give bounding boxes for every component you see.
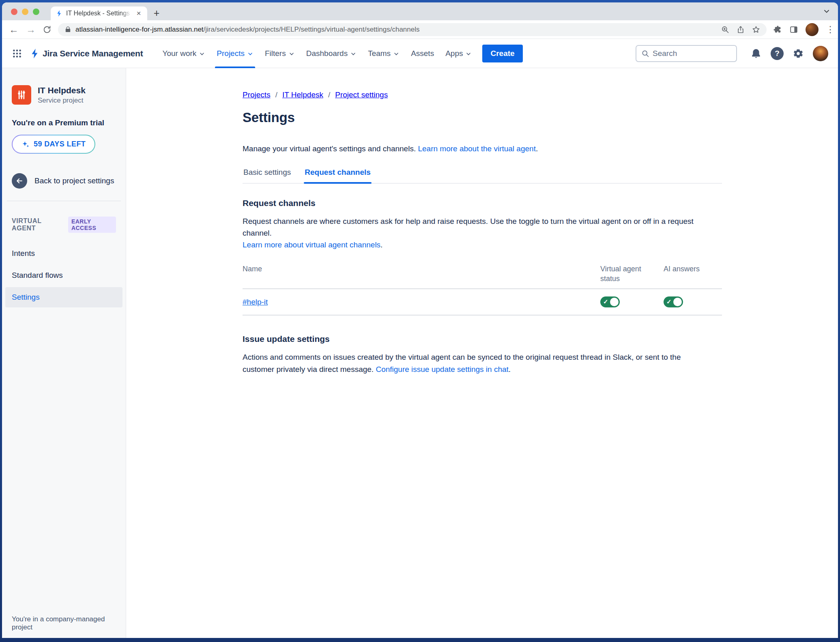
notifications-bell-icon[interactable] xyxy=(750,48,762,59)
early-access-badge: EARLY ACCESS xyxy=(68,217,116,233)
chevron-down-icon xyxy=(199,51,205,57)
zoom-window-button[interactable] xyxy=(33,9,39,15)
app-switcher-grid-icon[interactable] xyxy=(12,48,22,59)
address-bar[interactable]: atlassian-intelligence-for-jsm.atlassian… xyxy=(58,23,767,36)
nav-item-apps[interactable]: Apps xyxy=(440,39,477,68)
help-icon[interactable] xyxy=(771,47,784,60)
url-text: atlassian-intelligence-for-jsm.atlassian… xyxy=(75,26,717,34)
column-name: Name xyxy=(243,264,600,274)
sidebar-item-settings[interactable]: Settings xyxy=(5,287,122,307)
virtual-agent-section-label: VIRTUAL AGENT xyxy=(12,217,62,232)
zoom-page-icon[interactable] xyxy=(721,26,729,34)
search-icon xyxy=(641,49,649,58)
request-channels-heading: Request channels xyxy=(243,198,722,208)
sidebar-divider xyxy=(7,201,121,201)
new-tab-button[interactable] xyxy=(150,7,163,19)
settings-tabs: Basic settings Request channels xyxy=(243,168,722,184)
nav-item-projects[interactable]: Projects xyxy=(211,39,259,68)
product-name: Jira Service Management xyxy=(43,49,143,58)
tab-request-channels[interactable]: Request channels xyxy=(304,168,372,183)
share-icon[interactable] xyxy=(737,26,745,34)
table-row: #help-it xyxy=(243,289,722,316)
page-title: Settings xyxy=(243,110,722,125)
ai-answers-toggle[interactable] xyxy=(664,296,683,307)
global-search[interactable] xyxy=(636,45,737,62)
browser-menu-icon[interactable] xyxy=(826,24,831,35)
column-ai-answers: AI answers xyxy=(664,264,722,274)
nav-item-your-work[interactable]: Your work xyxy=(157,39,211,68)
settings-gear-icon[interactable] xyxy=(793,48,804,59)
sparkle-icon xyxy=(21,140,30,148)
chevron-down-icon xyxy=(465,51,472,57)
trial-text: You're on a Premium trial xyxy=(12,118,116,127)
sidebar-item-intents[interactable]: Intents xyxy=(5,243,122,264)
check-icon xyxy=(603,298,608,305)
main-content: Projects / IT Helpdesk / Project setting… xyxy=(126,68,838,638)
breadcrumb: Projects / IT Helpdesk / Project setting… xyxy=(243,90,722,99)
url-path: /jira/servicedesk/projects/HELP/settings… xyxy=(204,26,420,33)
extensions-puzzle-icon[interactable] xyxy=(773,25,782,34)
browser-tab[interactable]: IT Helpdesk - Settings - Servic xyxy=(51,6,147,20)
breadcrumb-it-helpdesk[interactable]: IT Helpdesk xyxy=(282,90,323,99)
nav-item-filters[interactable]: Filters xyxy=(259,39,301,68)
project-header: IT Helpdesk Service project xyxy=(12,85,116,105)
jira-logo[interactable]: Jira Service Management xyxy=(30,48,143,59)
project-type: Service project xyxy=(38,97,86,105)
sidebar-item-standard-flows[interactable]: Standard flows xyxy=(5,265,122,286)
browser-window: IT Helpdesk - Settings - Servic atlassia… xyxy=(2,2,838,638)
bookmark-star-icon[interactable] xyxy=(752,26,760,34)
close-window-button[interactable] xyxy=(11,9,17,15)
check-icon xyxy=(666,298,672,305)
browser-reload-button[interactable] xyxy=(43,25,52,34)
request-channels-description: Request channels are where customers ask… xyxy=(243,215,713,251)
chevron-down-icon xyxy=(288,51,295,57)
nav-item-assets[interactable]: Assets xyxy=(405,39,440,68)
learn-more-channels-link[interactable]: Learn more about virtual agent channels xyxy=(243,240,380,249)
channels-table: Name Virtual agent status AI answers #he… xyxy=(243,264,722,316)
breadcrumb-project-settings[interactable]: Project settings xyxy=(335,90,388,99)
project-type-footer: You're in a company-managed project xyxy=(12,615,126,631)
search-input[interactable] xyxy=(653,49,731,58)
browser-back-button[interactable] xyxy=(9,24,19,35)
browser-forward-button[interactable] xyxy=(26,24,36,35)
breadcrumb-projects[interactable]: Projects xyxy=(243,90,271,99)
tab-search-chevron-icon[interactable] xyxy=(823,7,831,15)
issue-update-description: Actions and comments on issues created b… xyxy=(243,351,713,375)
virtual-agent-status-toggle[interactable] xyxy=(600,296,620,307)
user-avatar[interactable] xyxy=(813,46,828,61)
trial-days-left-button[interactable]: 59 DAYS LEFT xyxy=(12,135,95,154)
browser-toolbar: atlassian-intelligence-for-jsm.atlassian… xyxy=(2,20,838,39)
lock-icon xyxy=(64,26,71,33)
chevron-down-icon xyxy=(247,51,254,57)
back-label: Back to project settings xyxy=(34,176,114,185)
nav-item-teams[interactable]: Teams xyxy=(362,39,405,68)
learn-more-virtual-agent-link[interactable]: Learn more about the virtual agent xyxy=(418,144,535,153)
browser-profile-avatar[interactable] xyxy=(806,23,819,36)
tab-basic-settings[interactable]: Basic settings xyxy=(243,168,292,183)
back-arrow-icon xyxy=(12,173,27,189)
window-controls[interactable] xyxy=(11,9,39,15)
channel-help-it-link[interactable]: #help-it xyxy=(243,298,600,307)
minimize-window-button[interactable] xyxy=(22,9,28,15)
tab-close-icon[interactable] xyxy=(134,9,143,18)
project-sidebar: IT Helpdesk Service project You're on a … xyxy=(2,68,126,638)
tab-favicon-bolt-icon xyxy=(56,10,63,17)
back-to-project-settings[interactable]: Back to project settings xyxy=(12,173,116,189)
url-domain: atlassian-intelligence-for-jsm.atlassian… xyxy=(75,26,204,33)
side-panel-icon[interactable] xyxy=(789,25,798,34)
issue-update-heading: Issue update settings xyxy=(243,334,722,344)
chevron-down-icon xyxy=(393,51,400,57)
create-button[interactable]: Create xyxy=(482,45,522,62)
chevron-down-icon xyxy=(350,51,357,57)
channels-table-header: Name Virtual agent status AI answers xyxy=(243,264,722,290)
configure-issue-update-link[interactable]: Configure issue update settings in chat xyxy=(376,365,508,374)
intro-text: Manage your virtual agent's settings and… xyxy=(243,143,722,155)
app-navigation: Jira Service Management Your work Projec… xyxy=(2,39,838,68)
browser-tab-strip: IT Helpdesk - Settings - Servic xyxy=(2,2,838,20)
nav-item-dashboards[interactable]: Dashboards xyxy=(301,39,362,68)
trial-badge-label: 59 DAYS LEFT xyxy=(34,140,86,148)
project-avatar-sliders-icon xyxy=(12,85,31,105)
project-name: IT Helpdesk xyxy=(38,86,86,95)
tab-title: IT Helpdesk - Settings - Servic xyxy=(66,10,131,17)
column-virtual-agent-status: Virtual agent status xyxy=(600,264,647,284)
